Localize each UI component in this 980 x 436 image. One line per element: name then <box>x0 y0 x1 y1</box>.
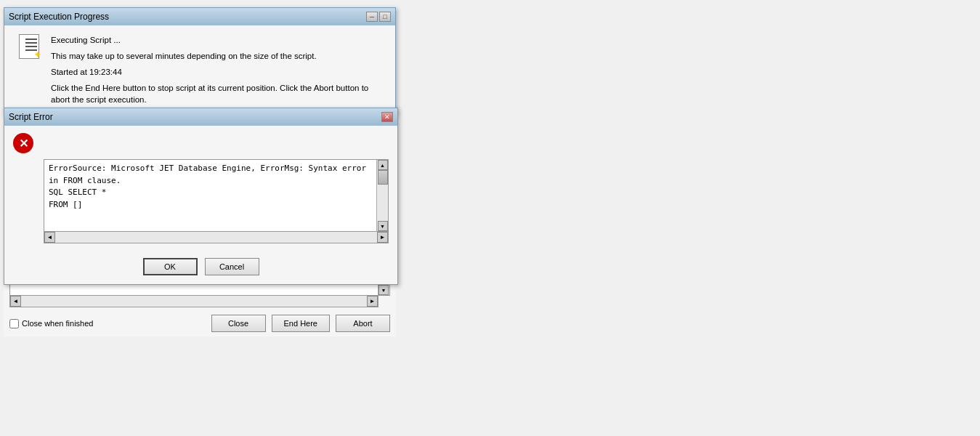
error-icon: ✕ <box>13 133 33 153</box>
error-dialog-buttons: OK Cancel <box>4 251 397 284</box>
script-icon-line-2 <box>25 42 37 44</box>
error-scroll-up[interactable]: ▲ <box>378 160 388 170</box>
abort-button[interactable]: Abort <box>336 315 390 332</box>
minimize-button[interactable]: ─ <box>366 12 378 22</box>
error-hscroll-track[interactable] <box>55 232 377 243</box>
error-title-text: Script Error <box>9 112 53 122</box>
progress-title-bar: Script Execution Progress ─ □ <box>4 8 395 25</box>
error-body: ✕ <box>13 133 389 153</box>
progress-hscroll-left[interactable]: ◄ <box>10 296 21 307</box>
scroll-down-icon: ▼ <box>380 224 385 229</box>
script-icon: ✦ <box>16 34 42 60</box>
close-button[interactable]: Close <box>211 315 266 332</box>
error-scroll-thumb[interactable] <box>378 170 388 185</box>
cancel-button[interactable]: Cancel <box>205 258 259 275</box>
error-scroll-down[interactable]: ▼ <box>378 221 388 231</box>
script-icon-star: ✦ <box>33 49 42 60</box>
close-when-finished-text: Close when finished <box>22 319 93 328</box>
progress-hscrollbar[interactable]: ◄ ► <box>9 296 378 307</box>
restore-icon: □ <box>383 13 386 20</box>
progress-footer: Close when finished Close End Here Abort <box>4 310 396 336</box>
scroll-right-icon: ► <box>380 234 386 241</box>
error-dialog: Script Error ✕ ✕ ErrorSource: Microsoft … <box>4 108 398 285</box>
error-message-line1: ErrorSource: Microsoft JET Database Engi… <box>49 163 372 187</box>
scroll-left-icon: ◄ <box>47 234 53 241</box>
progress-line-4: Click the End Here button to stop script… <box>51 82 384 105</box>
progress-hscroll-right[interactable]: ► <box>367 296 378 307</box>
error-title-bar: Script Error ✕ <box>4 108 397 126</box>
progress-content: ✦ Executing Script ... This may take up … <box>4 25 395 114</box>
progress-line-1: Executing Script ... <box>51 34 384 46</box>
error-close-icon: ✕ <box>384 113 390 121</box>
error-message-area: ErrorSource: Microsoft JET Database Engi… <box>44 160 376 231</box>
error-message-line2: SQL SELECT * <box>49 187 372 199</box>
end-here-button[interactable]: End Here <box>272 315 330 332</box>
restore-button[interactable]: □ <box>379 12 391 22</box>
error-close-button[interactable]: ✕ <box>381 112 393 122</box>
hscroll-right-icon: ► <box>370 298 376 304</box>
close-when-finished-checkbox[interactable] <box>9 319 19 328</box>
x-symbol: ✕ <box>19 137 28 150</box>
error-title-controls: ✕ <box>381 112 393 122</box>
error-vscrollbar[interactable]: ▲ ▼ <box>376 160 388 231</box>
minimize-icon: ─ <box>370 13 374 20</box>
ok-button[interactable]: OK <box>143 258 198 275</box>
title-bar-controls: ─ □ <box>366 12 391 22</box>
script-icon-line-1 <box>25 39 37 40</box>
error-scroll-wrapper: ErrorSource: Microsoft JET Database Engi… <box>44 159 389 232</box>
scroll-up-icon: ▲ <box>380 163 385 168</box>
error-message-line3: FROM [] <box>49 199 372 211</box>
error-hscroll-left[interactable]: ◄ <box>44 232 55 243</box>
error-content: ✕ ErrorSource: Microsoft JET Database En… <box>4 126 397 251</box>
progress-line-2: This may take up to several minutes depe… <box>51 50 384 62</box>
script-icon-line-3 <box>25 46 37 47</box>
hscroll-left-icon: ◄ <box>13 298 19 304</box>
error-hscroll-right[interactable]: ► <box>377 232 388 243</box>
progress-line-3: Started at 19:23:44 <box>51 66 384 78</box>
progress-title-text: Script Execution Progress <box>9 12 109 22</box>
close-when-finished-label[interactable]: Close when finished <box>9 319 93 328</box>
progress-scroll-down-arrow[interactable]: ▼ <box>378 285 389 295</box>
error-hscrollbar[interactable]: ◄ ► <box>44 232 389 243</box>
progress-hscroll-track[interactable] <box>21 296 367 307</box>
progress-text-block: Executing Script ... This may take up to… <box>51 34 384 105</box>
progress-window: Script Execution Progress ─ □ ✦ <box>4 7 396 115</box>
title-bar-left: Script Execution Progress <box>9 12 109 22</box>
progress-down-icon: ▼ <box>381 288 386 293</box>
error-title-left: Script Error <box>9 112 53 122</box>
